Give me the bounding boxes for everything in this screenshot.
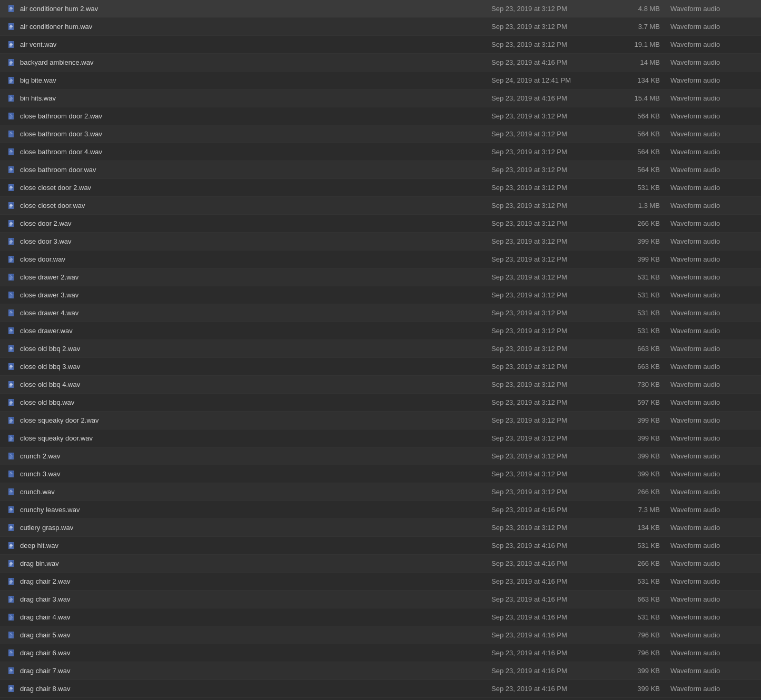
table-row[interactable]: close squeaky door.wavSep 23, 2019 at 3:… xyxy=(0,429,761,447)
svg-rect-163 xyxy=(9,582,12,583)
audio-file-icon xyxy=(6,39,17,50)
svg-rect-52 xyxy=(9,187,13,188)
svg-rect-48 xyxy=(9,171,12,171)
file-name: close door.wav xyxy=(20,255,491,263)
svg-rect-174 xyxy=(9,619,12,619)
file-name: close old bbq 4.wav xyxy=(20,381,491,388)
file-name: close drawer 4.wav xyxy=(20,309,491,317)
file-name: drag chair 7.wav xyxy=(20,667,491,675)
audio-file-icon xyxy=(6,165,17,175)
table-row[interactable]: deep hit.wavSep 23, 2019 at 4:16 PM531 K… xyxy=(0,537,761,555)
file-size: 399 KB xyxy=(607,416,660,424)
svg-rect-13 xyxy=(9,45,12,46)
table-row[interactable]: crunch 2.wavSep 23, 2019 at 3:12 PM399 K… xyxy=(0,447,761,465)
file-date: Sep 23, 2019 at 3:12 PM xyxy=(491,237,607,245)
table-row[interactable]: drag chair 4.wavSep 23, 2019 at 4:16 PM5… xyxy=(0,608,761,626)
svg-rect-78 xyxy=(9,278,12,278)
file-kind: Waveform audio xyxy=(670,542,755,549)
table-row[interactable]: backyard ambience.wavSep 23, 2019 at 4:1… xyxy=(0,54,761,72)
file-kind: Waveform audio xyxy=(670,291,755,299)
table-row[interactable]: close bathroom door 2.wavSep 23, 2019 at… xyxy=(0,107,761,125)
table-row[interactable]: close squeaky door 2.wavSep 23, 2019 at … xyxy=(0,412,761,429)
table-row[interactable]: crunchy leaves.wavSep 23, 2019 at 4:16 P… xyxy=(0,501,761,519)
svg-rect-187 xyxy=(9,671,13,671)
file-kind: Waveform audio xyxy=(670,166,755,174)
table-row[interactable]: close closet door 2.wavSep 23, 2019 at 3… xyxy=(0,179,761,197)
audio-file-icon xyxy=(6,451,17,462)
file-kind: Waveform audio xyxy=(670,434,755,442)
file-kind: Waveform audio xyxy=(670,130,755,138)
table-row[interactable]: close old bbq.wavSep 23, 2019 at 3:12 PM… xyxy=(0,394,761,412)
svg-rect-159 xyxy=(9,565,12,566)
table-row[interactable]: drag chair 6.wavSep 23, 2019 at 4:16 PM7… xyxy=(0,644,761,662)
table-row[interactable]: close drawer 4.wavSep 23, 2019 at 3:12 P… xyxy=(0,304,761,322)
table-row[interactable]: drag chair 3.wavSep 23, 2019 at 4:16 PM6… xyxy=(0,591,761,608)
file-size: 531 KB xyxy=(607,613,660,621)
file-date: Sep 23, 2019 at 3:12 PM xyxy=(491,434,607,442)
table-row[interactable]: bin hits.wavSep 23, 2019 at 4:16 PM15.4 … xyxy=(0,89,761,107)
table-row[interactable]: close drawer 3.wavSep 23, 2019 at 3:12 P… xyxy=(0,286,761,304)
table-row[interactable]: crunch.wavSep 23, 2019 at 3:12 PM266 KBW… xyxy=(0,483,761,501)
table-row[interactable]: drag chair 2.wavSep 23, 2019 at 4:16 PM5… xyxy=(0,573,761,591)
table-row[interactable]: close old bbq 2.wavSep 23, 2019 at 3:12 … xyxy=(0,340,761,358)
file-date: Sep 23, 2019 at 3:12 PM xyxy=(491,488,607,496)
file-name: close bathroom door 4.wav xyxy=(20,148,491,156)
file-name: crunch 2.wav xyxy=(20,452,491,460)
svg-rect-169 xyxy=(9,601,12,602)
audio-file-icon xyxy=(6,541,17,551)
file-size: 796 KB xyxy=(607,649,660,657)
svg-rect-47 xyxy=(9,169,13,170)
table-row[interactable]: air conditioner hum 2.wavSep 23, 2019 at… xyxy=(0,0,761,18)
audio-file-icon xyxy=(6,57,17,68)
file-kind: Waveform audio xyxy=(670,112,755,120)
table-row[interactable]: drag chair 8.wavSep 23, 2019 at 4:16 PM3… xyxy=(0,680,761,698)
svg-rect-188 xyxy=(9,672,12,672)
file-size: 399 KB xyxy=(607,685,660,693)
audio-file-icon xyxy=(6,433,17,444)
file-date: Sep 23, 2019 at 4:16 PM xyxy=(491,649,607,657)
table-row[interactable]: close drawer.wavSep 23, 2019 at 3:12 PM5… xyxy=(0,322,761,340)
svg-rect-72 xyxy=(9,259,13,259)
file-name: bin hits.wav xyxy=(20,94,491,102)
table-row[interactable]: cutlery grasp.wavSep 23, 2019 at 3:12 PM… xyxy=(0,519,761,537)
table-row[interactable]: drag chair 7.wavSep 23, 2019 at 4:16 PM3… xyxy=(0,662,761,680)
table-row[interactable]: close door 3.wavSep 23, 2019 at 3:12 PM3… xyxy=(0,233,761,251)
audio-file-icon xyxy=(6,612,17,623)
table-row[interactable]: close closet door.wavSep 23, 2019 at 3:1… xyxy=(0,197,761,215)
file-name: drag bin.wav xyxy=(20,559,491,567)
svg-rect-122 xyxy=(9,438,13,438)
table-row[interactable]: drag bin.wavSep 23, 2019 at 4:16 PM266 K… xyxy=(0,555,761,573)
svg-rect-157 xyxy=(9,563,13,564)
table-row[interactable]: close bathroom door 3.wavSep 23, 2019 at… xyxy=(0,125,761,143)
audio-file-icon xyxy=(6,290,17,301)
file-size: 531 KB xyxy=(607,184,660,192)
file-date: Sep 23, 2019 at 3:12 PM xyxy=(491,255,607,263)
audio-file-icon xyxy=(6,201,17,211)
file-date: Sep 23, 2019 at 3:12 PM xyxy=(491,363,607,371)
file-size: 597 KB xyxy=(607,398,660,406)
table-row[interactable]: close old bbq 4.wavSep 23, 2019 at 3:12 … xyxy=(0,376,761,394)
svg-rect-142 xyxy=(9,509,13,510)
table-row[interactable]: close bathroom door 4.wavSep 23, 2019 at… xyxy=(0,143,761,161)
table-row[interactable]: air vent.wavSep 23, 2019 at 3:12 PM19.1 … xyxy=(0,36,761,54)
file-size: 531 KB xyxy=(607,577,660,585)
svg-rect-37 xyxy=(9,134,13,134)
table-row[interactable]: air conditioner hum.wavSep 23, 2019 at 3… xyxy=(0,18,761,36)
svg-rect-8 xyxy=(9,27,12,28)
svg-rect-139 xyxy=(9,494,12,494)
table-row[interactable]: drag chair 5.wavSep 23, 2019 at 4:16 PM7… xyxy=(0,626,761,644)
svg-rect-57 xyxy=(9,205,13,206)
file-size: 14 MB xyxy=(607,58,660,66)
file-kind: Waveform audio xyxy=(670,685,755,693)
file-kind: Waveform audio xyxy=(670,219,755,227)
table-row[interactable]: close door 2.wavSep 23, 2019 at 3:12 PM2… xyxy=(0,215,761,233)
svg-rect-158 xyxy=(9,564,12,565)
file-size: 796 KB xyxy=(607,631,660,639)
table-row[interactable]: close old bbq 3.wavSep 23, 2019 at 3:12 … xyxy=(0,358,761,376)
file-kind: Waveform audio xyxy=(670,577,755,585)
table-row[interactable]: close bathroom door.wavSep 23, 2019 at 3… xyxy=(0,161,761,179)
table-row[interactable]: big bite.wavSep 24, 2019 at 12:41 PM134 … xyxy=(0,72,761,89)
table-row[interactable]: crunch 3.wavSep 23, 2019 at 3:12 PM399 K… xyxy=(0,465,761,483)
table-row[interactable]: close drawer 2.wavSep 23, 2019 at 3:12 P… xyxy=(0,268,761,286)
table-row[interactable]: close door.wavSep 23, 2019 at 3:12 PM399… xyxy=(0,251,761,268)
